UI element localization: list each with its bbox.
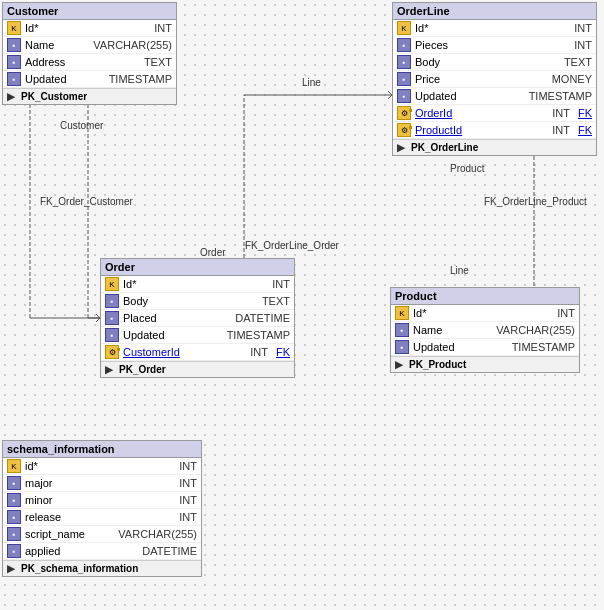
order-label: Order bbox=[200, 247, 226, 258]
table-row: ▪ Body TEXT bbox=[101, 293, 294, 310]
col-icon: ▪ bbox=[397, 38, 411, 52]
table-row: ⚙ OrderId INT FK bbox=[393, 105, 596, 122]
table-row: K Id* INT bbox=[393, 20, 596, 37]
fk-icon: ⚙ bbox=[397, 123, 411, 137]
fk-icon: ⚙ bbox=[397, 106, 411, 120]
expand-icon[interactable]: ▶ bbox=[7, 563, 15, 574]
table-row: K Id* INT bbox=[391, 305, 579, 322]
table-row: ⚙ ProductId INT FK bbox=[393, 122, 596, 139]
schema-information-table: schema_information K id* INT ▪ major INT… bbox=[2, 440, 202, 577]
pk-row: ▶ PK_Order bbox=[101, 361, 294, 377]
customer-table-header: Customer bbox=[3, 3, 176, 20]
col-icon: ▪ bbox=[397, 89, 411, 103]
customer-label: Customer bbox=[60, 120, 103, 131]
table-row: ▪ Updated TIMESTAMP bbox=[3, 71, 176, 88]
fk-order-customer-label: FK_Order_Customer bbox=[40, 196, 133, 207]
table-row: ▪ Updated TIMESTAMP bbox=[101, 327, 294, 344]
table-row: ⚙ CustomerId INT FK bbox=[101, 344, 294, 361]
table-row: ▪ applied DATETIME bbox=[3, 543, 201, 560]
table-row: ▪ Body TEXT bbox=[393, 54, 596, 71]
fk-icon: ⚙ bbox=[105, 345, 119, 359]
col-icon: ▪ bbox=[7, 72, 21, 86]
pk-row: ▶ PK_OrderLine bbox=[393, 139, 596, 155]
table-row: ▪ Name VARCHAR(255) bbox=[391, 322, 579, 339]
key-icon: K bbox=[395, 306, 409, 320]
table-row: ▪ major INT bbox=[3, 475, 201, 492]
table-row: ▪ release INT bbox=[3, 509, 201, 526]
table-row: ▪ Updated TIMESTAMP bbox=[393, 88, 596, 105]
table-row: ▪ Placed DATETIME bbox=[101, 310, 294, 327]
expand-icon[interactable]: ▶ bbox=[397, 142, 405, 153]
col-icon: ▪ bbox=[105, 311, 119, 325]
col-icon: ▪ bbox=[7, 493, 21, 507]
col-icon: ▪ bbox=[7, 510, 21, 524]
col-icon: ▪ bbox=[7, 55, 21, 69]
key-icon: K bbox=[7, 21, 21, 35]
product-table-header: Product bbox=[391, 288, 579, 305]
key-icon: K bbox=[397, 21, 411, 35]
pk-row: ▶ PK_Customer bbox=[3, 88, 176, 104]
line-label-1: Line bbox=[302, 77, 321, 88]
product-label: Product bbox=[450, 163, 484, 174]
schema-information-table-header: schema_information bbox=[3, 441, 201, 458]
orderline-table: OrderLine K Id* INT ▪ Pieces INT ▪ Body … bbox=[392, 2, 597, 156]
fk-orderline-order-label: FK_OrderLine_Order bbox=[245, 240, 339, 251]
pk-row: ▶ PK_schema_information bbox=[3, 560, 201, 576]
pk-row: ▶ PK_Product bbox=[391, 356, 579, 372]
customer-table: Customer K Id* INT ▪ Name VARCHAR(255) ▪… bbox=[2, 2, 177, 105]
col-icon: ▪ bbox=[7, 38, 21, 52]
product-table: Product K Id* INT ▪ Name VARCHAR(255) ▪ … bbox=[390, 287, 580, 373]
key-icon: K bbox=[105, 277, 119, 291]
table-row: K id* INT bbox=[3, 458, 201, 475]
table-row: ▪ Price MONEY bbox=[393, 71, 596, 88]
table-row: ▪ Address TEXT bbox=[3, 54, 176, 71]
col-icon: ▪ bbox=[105, 328, 119, 342]
table-row: ▪ Pieces INT bbox=[393, 37, 596, 54]
table-row: ▪ Updated TIMESTAMP bbox=[391, 339, 579, 356]
col-icon: ▪ bbox=[395, 323, 409, 337]
fk-orderline-product-label: FK_OrderLine_Product bbox=[484, 196, 587, 207]
order-table: Order K Id* INT ▪ Body TEXT ▪ Placed DAT… bbox=[100, 258, 295, 378]
order-table-header: Order bbox=[101, 259, 294, 276]
table-row: ▪ Name VARCHAR(255) bbox=[3, 37, 176, 54]
table-row: K Id* INT bbox=[101, 276, 294, 293]
col-icon: ▪ bbox=[105, 294, 119, 308]
col-icon: ▪ bbox=[397, 55, 411, 69]
key-icon: K bbox=[7, 459, 21, 473]
table-row: ▪ minor INT bbox=[3, 492, 201, 509]
col-icon: ▪ bbox=[7, 527, 21, 541]
orderline-table-header: OrderLine bbox=[393, 3, 596, 20]
col-icon: ▪ bbox=[7, 476, 21, 490]
table-row: ▪ script_name VARCHAR(255) bbox=[3, 526, 201, 543]
expand-icon[interactable]: ▶ bbox=[105, 364, 113, 375]
table-row: K Id* INT bbox=[3, 20, 176, 37]
expand-icon[interactable]: ▶ bbox=[395, 359, 403, 370]
col-icon: ▪ bbox=[7, 544, 21, 558]
expand-icon[interactable]: ▶ bbox=[7, 91, 15, 102]
line-label-2: Line bbox=[450, 265, 469, 276]
col-icon: ▪ bbox=[395, 340, 409, 354]
col-icon: ▪ bbox=[397, 72, 411, 86]
